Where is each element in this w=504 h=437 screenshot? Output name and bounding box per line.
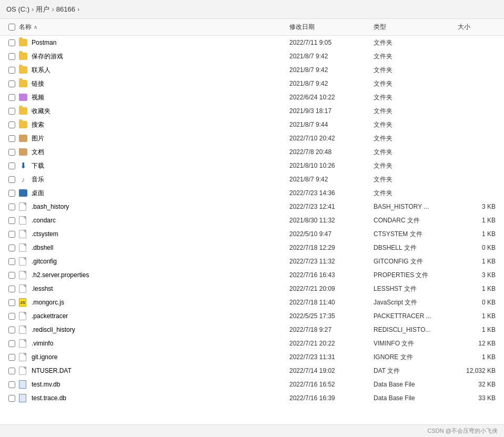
table-row[interactable]: 链接 2021/8/7 9:42 文件夹 [0, 77, 504, 90]
table-row[interactable]: .ctsystem 2022/5/10 9:47 CTSYSTEM 文件 1 K… [0, 227, 504, 241]
table-row[interactable]: .dbshell 2022/7/18 12:29 DBSHELL 文件 0 KB [0, 241, 504, 255]
table-row[interactable]: 保存的游戏 2021/8/7 9:42 文件夹 [0, 49, 504, 63]
folder-icon [19, 107, 27, 115]
row-checkbox[interactable] [4, 313, 19, 320]
table-row[interactable]: test.mv.db 2022/7/16 16:52 Data Base Fil… [0, 378, 504, 391]
row-checkbox[interactable] [4, 190, 19, 197]
row-checkbox[interactable] [4, 245, 19, 251]
table-row[interactable]: .viminfo 2022/7/21 20:22 VIMINFO 文件 12 K… [0, 337, 504, 350]
table-row[interactable]: .lesshst 2022/7/21 20:09 LESSHST 文件 1 KB [0, 282, 504, 296]
row-icon-container [19, 121, 29, 128]
row-checkbox[interactable] [4, 162, 19, 169]
row-date: 2022/7/16 16:52 [289, 381, 374, 388]
row-checkbox[interactable] [4, 121, 19, 128]
row-size: 1 KB [458, 258, 500, 265]
row-date: 2022/7/8 20:48 [289, 148, 374, 156]
row-checkbox[interactable] [4, 39, 19, 46]
table-row[interactable]: 联系人 2021/8/7 9:42 文件夹 [0, 63, 504, 77]
row-icon-container [19, 271, 29, 279]
row-filename: .mongorc.js [32, 299, 289, 306]
row-checkbox[interactable] [4, 135, 19, 142]
row-type: CTSYSTEM 文件 [374, 230, 458, 239]
row-checkbox[interactable] [4, 67, 19, 74]
row-checkbox[interactable] [4, 354, 19, 361]
table-row[interactable]: 收藏夹 2021/9/3 18:17 文件夹 [0, 104, 504, 118]
table-row[interactable]: Postman 2022/7/11 9:05 文件夹 [0, 36, 504, 49]
row-checkbox[interactable] [4, 231, 19, 238]
table-row[interactable]: 图片 2022/7/10 20:42 文件夹 [0, 131, 504, 145]
row-filename: .condarc [32, 217, 289, 224]
row-checkbox[interactable] [4, 299, 19, 306]
table-row[interactable]: 文档 2022/7/8 20:48 文件夹 [0, 145, 504, 159]
row-date: 2022/7/21 20:09 [289, 285, 374, 292]
table-row[interactable]: test.trace.db 2022/7/16 16:39 Data Base … [0, 391, 504, 405]
table-row[interactable]: .rediscli_history 2022/7/18 9:27 REDISCL… [0, 323, 504, 337]
row-checkbox[interactable] [4, 368, 19, 374]
row-filename: .dbshell [32, 244, 289, 251]
row-icon-container [19, 380, 29, 389]
table-row[interactable]: NTUSER.DAT 2022/7/14 19:02 DAT 文件 12,032… [0, 364, 504, 378]
row-checkbox[interactable] [4, 395, 19, 402]
row-checkbox[interactable] [4, 149, 19, 156]
folder-icon [19, 80, 27, 87]
table-row[interactable]: ⬇ 下载 2021/8/10 10:26 文件夹 [0, 159, 504, 172]
row-type: JavaScript 文件 [374, 298, 458, 307]
col-header-name[interactable]: 名称 ∧ [19, 23, 289, 32]
row-checkbox[interactable] [4, 272, 19, 279]
table-row[interactable]: .packettracer 2022/5/25 17:35 PACKETTRAC… [0, 309, 504, 323]
table-row[interactable]: .h2.server.properties 2022/7/16 16:43 PR… [0, 268, 504, 282]
row-filename: 视频 [32, 93, 289, 102]
row-checkbox[interactable] [4, 94, 19, 101]
row-type: 文件夹 [374, 66, 458, 75]
row-filename: 图片 [32, 134, 289, 143]
row-checkbox[interactable] [4, 286, 19, 292]
row-checkbox[interactable] [4, 108, 19, 115]
row-icon-container [19, 230, 29, 238]
row-checkbox[interactable] [4, 80, 19, 87]
row-icon-container [19, 189, 29, 197]
row-icon-container [19, 148, 29, 156]
breadcrumb-part-0[interactable]: OS (C:) [6, 5, 29, 13]
file-icon [19, 339, 26, 348]
status-bar: CSDN @不会压弯的小飞侠 [0, 424, 504, 437]
table-row[interactable]: .condarc 2021/8/30 11:32 CONDARC 文件 1 KB [0, 214, 504, 227]
row-date: 2021/8/7 9:42 [289, 176, 374, 183]
row-icon-container [19, 284, 29, 293]
table-row[interactable]: 视频 2022/6/24 10:22 文件夹 [0, 90, 504, 104]
row-size: 3 KB [458, 271, 500, 279]
row-checkbox[interactable] [4, 327, 19, 333]
table-row[interactable]: 桌面 2022/7/23 14:36 文件夹 [0, 186, 504, 200]
row-type: 文件夹 [374, 148, 458, 157]
row-checkbox[interactable] [4, 204, 19, 210]
col-header-type[interactable]: 类型 [374, 23, 458, 32]
row-checkbox[interactable] [4, 258, 19, 265]
row-checkbox[interactable] [4, 176, 19, 183]
row-size: 1 KB [458, 230, 500, 238]
table-row[interactable]: ♪ 音乐 2021/8/7 9:42 文件夹 [0, 172, 504, 186]
row-filename: .ctsystem [32, 230, 289, 238]
row-date: 2022/7/18 12:29 [289, 244, 374, 251]
row-icon-container: ♪ [19, 175, 29, 184]
row-icon-container [19, 394, 29, 402]
table-row[interactable]: .gitconfig 2022/7/23 11:32 GITCONFIG 文件 … [0, 255, 504, 268]
breadcrumb-sep-2: › [77, 5, 79, 13]
table-row[interactable]: JS .mongorc.js 2022/7/18 11:40 JavaScrip… [0, 296, 504, 309]
row-checkbox[interactable] [4, 381, 19, 388]
row-icon-container [19, 80, 29, 87]
col-header-size[interactable]: 大小 [458, 23, 500, 32]
select-all-checkbox[interactable] [4, 24, 19, 31]
col-header-date[interactable]: 修改日期 [289, 23, 374, 32]
row-size: 12,032 KB [458, 367, 500, 374]
table-row[interactable]: 搜索 2021/8/7 9:44 文件夹 [0, 118, 504, 131]
row-checkbox[interactable] [4, 217, 19, 224]
row-icon-container [19, 367, 29, 375]
row-checkbox[interactable] [4, 53, 19, 60]
row-size: 1 KB [458, 312, 500, 320]
row-checkbox[interactable] [4, 340, 19, 347]
breadcrumb-part-1[interactable]: 用户 [36, 5, 49, 14]
folder-icon [19, 39, 27, 46]
breadcrumb-part-2[interactable]: 86166 [56, 5, 75, 13]
table-row[interactable]: .bash_history 2022/7/23 12:41 BASH_HISTO… [0, 200, 504, 214]
row-filename: 链接 [32, 79, 289, 88]
table-row[interactable]: git.ignore 2022/7/23 11:31 IGNORE 文件 1 K… [0, 350, 504, 364]
